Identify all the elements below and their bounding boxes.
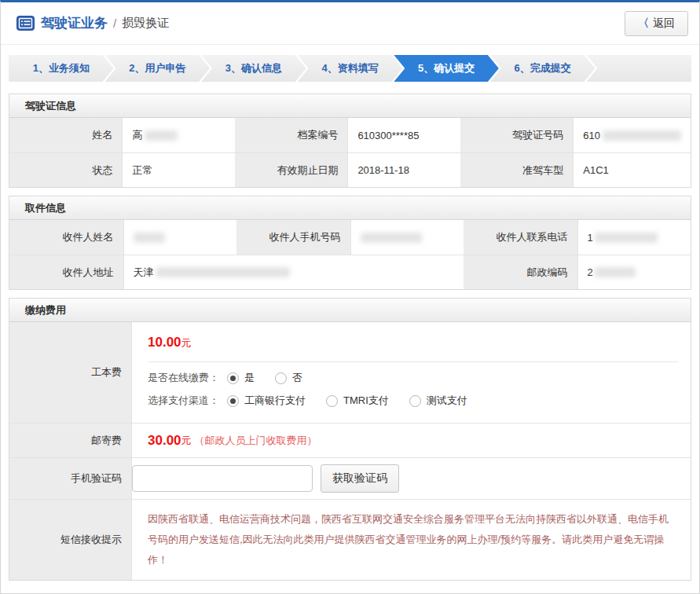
sms-code-label: 手机验证码 bbox=[9, 457, 131, 499]
radio-channel-tmri-label: TMRI支付 bbox=[343, 394, 389, 408]
back-button[interactable]: 〈 返回 bbox=[625, 11, 688, 36]
breadcrumb-separator: / bbox=[113, 16, 116, 30]
status-label: 状态 bbox=[9, 152, 122, 187]
radio-online-no-label: 否 bbox=[292, 371, 302, 385]
pickup-section-title: 取件信息 bbox=[9, 196, 691, 220]
get-code-button[interactable]: 获取验证码 bbox=[321, 464, 399, 493]
step-4-fill-data: 4、资料填写 bbox=[298, 55, 403, 82]
license-number-value: 610 bbox=[573, 118, 691, 152]
sms-code-input[interactable] bbox=[132, 465, 313, 492]
work-fee-body: 10.00元 是否在线缴费： 是 否 bbox=[131, 322, 691, 423]
sms-tip-body: 因陕西省联通、电信运营商技术问题，陕西省互联网交通安全综合服务管理平台无法向持陕… bbox=[131, 499, 691, 580]
sms-code-body: 获取验证码 bbox=[131, 457, 691, 499]
online-pay-question: 是否在线缴费： bbox=[148, 371, 219, 385]
back-button-label: 返回 bbox=[653, 16, 675, 31]
radio-online-no[interactable]: 否 bbox=[275, 371, 302, 385]
recipient-mobile-label: 收件人手机号码 bbox=[236, 220, 350, 255]
page-header: 驾驶证业务 / 损毁换证 〈 返回 bbox=[1, 2, 699, 45]
radio-channel-icbc[interactable]: 工商银行支付 bbox=[227, 394, 306, 408]
recipient-phone-value: 1 bbox=[577, 220, 691, 255]
redacted-recipient-name bbox=[134, 233, 165, 243]
postage-fee-body: 30.00元 （邮政人员上门收取费用） bbox=[131, 423, 691, 457]
radio-channel-icbc-circle-icon[interactable] bbox=[227, 395, 239, 407]
back-chevron-icon: 〈 bbox=[638, 16, 649, 31]
name-label: 姓名 bbox=[9, 118, 122, 152]
fees-section-title: 缴纳费用 bbox=[9, 299, 691, 322]
work-fee-amount: 10.00 bbox=[148, 335, 181, 350]
vehicle-class-label: 准驾车型 bbox=[460, 152, 573, 187]
fee-divider bbox=[148, 361, 678, 362]
radio-channel-tmri-circle-icon[interactable] bbox=[326, 395, 338, 407]
recipient-name-value bbox=[123, 220, 237, 255]
license-info-section: 驾驶证信息 姓名 高 档案编号 610300****85 驾驶证号码 610 状… bbox=[9, 94, 691, 188]
page-title: 驾驶证业务 bbox=[41, 14, 108, 32]
radio-online-no-circle-icon[interactable] bbox=[275, 372, 287, 384]
redacted-license-number bbox=[603, 130, 681, 141]
file-number-value: 610300****85 bbox=[347, 118, 460, 152]
license-section-title: 驾驶证信息 bbox=[9, 94, 691, 118]
recipient-mobile-value bbox=[350, 220, 464, 255]
recipient-phone-label: 收件人联系电话 bbox=[464, 220, 577, 255]
expiry-label: 有效期止日期 bbox=[235, 152, 347, 187]
vehicle-class-value: A1C1 bbox=[573, 152, 691, 187]
postage-fee-amount: 30.00 bbox=[148, 433, 181, 449]
radio-channel-test[interactable]: 测试支付 bbox=[409, 394, 467, 408]
step-2-user-declaration: 2、用户申告 bbox=[105, 55, 211, 82]
file-number-label: 档案编号 bbox=[235, 118, 347, 152]
license-number-label: 驾驶证号码 bbox=[460, 118, 573, 152]
redacted-postcode bbox=[595, 267, 636, 277]
radio-channel-test-label: 测试支付 bbox=[427, 394, 467, 408]
recipient-name-label: 收件人姓名 bbox=[9, 220, 123, 255]
pickup-info-section: 取件信息 收件人姓名 收件人手机号码 收件人联系电话 1 收件人地址 天津 邮政… bbox=[9, 196, 691, 290]
breadcrumb-current: 损毁换证 bbox=[122, 16, 169, 31]
step-5-confirm-submit: 5、确认提交 bbox=[394, 55, 499, 82]
step-progress-bar: 1、业务须知 2、用户申告 3、确认信息 4、资料填写 5、确认提交 6、完成提… bbox=[9, 55, 691, 82]
redacted-recipient-phone bbox=[595, 233, 658, 243]
redacted-recipient-mobile bbox=[361, 233, 422, 243]
postcode-value: 2 bbox=[577, 255, 691, 289]
redacted-recipient-address bbox=[156, 267, 290, 277]
step-6-complete-submit: 6、完成提交 bbox=[490, 55, 596, 82]
name-value: 高 bbox=[122, 118, 234, 152]
step-3-confirm-info: 3、确认信息 bbox=[201, 55, 306, 82]
work-fee-label: 工本费 bbox=[9, 322, 131, 423]
radio-channel-tmri[interactable]: TMRI支付 bbox=[326, 394, 389, 408]
radio-channel-test-circle-icon[interactable] bbox=[409, 395, 421, 407]
license-replacement-page: 驾驶证业务 / 损毁换证 〈 返回 1、业务须知 2、用户申告 3、确认信息 4… bbox=[0, 0, 700, 594]
radio-online-yes[interactable]: 是 bbox=[227, 371, 255, 385]
postage-fee-note: （邮政人员上门收取费用） bbox=[195, 434, 317, 448]
radio-channel-icbc-label: 工商银行支付 bbox=[244, 394, 306, 408]
redacted-name bbox=[145, 130, 178, 141]
radio-online-yes-label: 是 bbox=[244, 371, 255, 385]
form-list-icon bbox=[16, 16, 35, 31]
work-fee-unit: 元 bbox=[181, 337, 192, 349]
postcode-label: 邮政编码 bbox=[464, 255, 577, 289]
expiry-value: 2018-11-18 bbox=[347, 152, 460, 187]
status-value: 正常 bbox=[122, 152, 234, 187]
step-1-business-notice: 1、业务须知 bbox=[9, 55, 114, 82]
fees-section: 缴纳费用 工本费 10.00元 是否在线缴费： 是 bbox=[9, 298, 691, 581]
step-bar-filler bbox=[586, 55, 691, 82]
recipient-address-label: 收件人地址 bbox=[9, 255, 123, 289]
pay-channel-question: 选择支付渠道： bbox=[148, 394, 219, 408]
sms-tip-label: 短信接收提示 bbox=[9, 499, 131, 580]
postage-fee-unit: 元 bbox=[181, 434, 192, 448]
recipient-address-value: 天津 bbox=[123, 255, 464, 289]
sms-tip-text: 因陕西省联通、电信运营商技术问题，陕西省互联网交通安全综合服务管理平台无法向持陕… bbox=[148, 500, 691, 580]
postage-fee-label: 邮寄费 bbox=[9, 423, 131, 457]
radio-online-yes-circle-icon[interactable] bbox=[227, 372, 239, 384]
